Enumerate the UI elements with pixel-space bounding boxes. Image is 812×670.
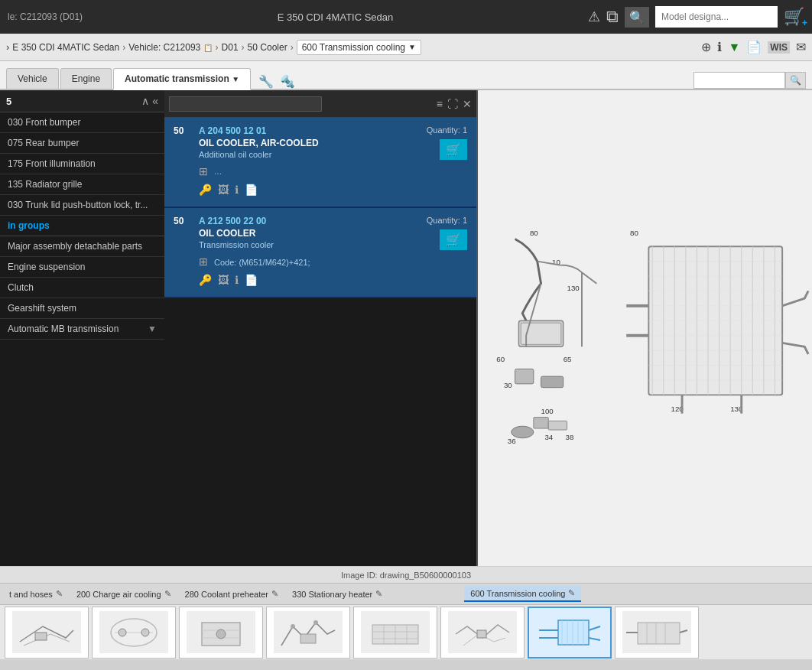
thumbnail-8[interactable]: [615, 607, 699, 659]
bottom-tab-charge-edit[interactable]: ✎: [164, 589, 171, 599]
breadcrumb-active[interactable]: 600 Transmission cooling ▼: [297, 40, 421, 55]
bottom-tab-coolant-edit[interactable]: ✎: [271, 589, 278, 599]
part-1-key-icon[interactable]: 🔑: [199, 274, 212, 286]
thumbnail-1[interactable]: [5, 607, 89, 659]
part-1-qty-val: 1: [463, 216, 467, 225]
bottom-tab-transmission-cooling[interactable]: 600 Transmission cooling ✎: [464, 586, 581, 602]
bottom-tab-hoses-edit[interactable]: ✎: [56, 589, 63, 599]
info-icon[interactable]: ℹ: [717, 40, 722, 54]
bottom-tab-coolant[interactable]: 280 Coolant preheater ✎: [179, 587, 284, 601]
part-1-quantity: Quantity: 1 🛒: [427, 216, 467, 250]
cart-icon[interactable]: 🛒: [784, 7, 804, 27]
sidebar-item-075-rear-bumper[interactable]: 075 Rear bumper: [0, 133, 164, 154]
breadcrumb-item-0[interactable]: E 350 CDI 4MATIC Sedan: [12, 42, 119, 53]
thumbnail-5[interactable]: [353, 607, 437, 659]
sidebar-item-engine-suspension[interactable]: Engine suspension: [0, 257, 164, 278]
sidebar-item-major-assembly[interactable]: Major assembly detachable parts: [0, 236, 164, 257]
bottom-tab-empty3[interactable]: [583, 587, 619, 601]
part-0-quantity: Quantity: 1 🛒: [427, 125, 467, 160]
top-bar-icons: ⚠ ⧉ 🔍 🛒 +: [588, 6, 804, 28]
part-card-0[interactable]: 50 A 204 500 12 01 OIL COOLER, AIR-COOLE…: [164, 118, 476, 208]
part-0-doc-icon[interactable]: 📄: [245, 184, 258, 196]
main-area: 5 ∧ « 030 Front bumper 075 Rear bumper 1…: [0, 90, 812, 566]
tab-extra-icons: 🔧 🔩: [258, 74, 295, 89]
dropdown-icon: ▼: [408, 43, 416, 51]
sidebar-prev-icon[interactable]: «: [152, 95, 158, 107]
svg-rect-56: [558, 620, 589, 645]
sidebar-item-automatic-mb[interactable]: Automatic MB transmission ▼: [0, 319, 164, 340]
breadcrumb-sep-1: ›: [216, 42, 219, 53]
doc-icon[interactable]: 📄: [746, 40, 762, 54]
model-search-input[interactable]: [655, 6, 778, 28]
sidebar-item-030-trunk-lid[interactable]: 030 Trunk lid push-button lock, tr...: [0, 195, 164, 216]
label-34: 34: [544, 433, 553, 441]
part-0-info-icon[interactable]: ℹ: [235, 184, 239, 196]
part-card-1[interactable]: 50 A 212 500 22 00 OIL COOLER Transmissi…: [164, 208, 476, 298]
mail-icon[interactable]: ✉: [796, 40, 806, 54]
part-1-id: A 212 500 22 00: [199, 216, 421, 226]
active-crumb-label: 600 Transmission cooling: [302, 42, 405, 53]
bottom-tab-stationary[interactable]: 330 Stationary heater ✎: [286, 587, 388, 601]
sidebar-item-030-front-bumper[interactable]: 030 Front bumper: [0, 112, 164, 133]
part-1-doc-icon[interactable]: 📄: [245, 274, 258, 286]
part-1-img-icon[interactable]: 🖼: [218, 274, 229, 286]
wis-icon[interactable]: WIS: [768, 41, 790, 54]
bottom-tab-charge-air[interactable]: 200 Charge air cooling ✎: [70, 587, 177, 601]
tab-search-input[interactable]: [693, 72, 785, 89]
bolt-icon[interactable]: 🔩: [280, 74, 295, 89]
tab-search-icon[interactable]: 🔍: [785, 72, 806, 89]
part-1-info-icon[interactable]: ℹ: [235, 274, 239, 286]
sidebar-item-clutch[interactable]: Clutch: [0, 278, 164, 298]
bottom-tab-empty1[interactable]: [390, 587, 426, 601]
filter-icon[interactable]: ▼: [728, 41, 740, 54]
bottom-tab-trans-edit[interactable]: ✎: [568, 588, 575, 598]
thumbnail-7[interactable]: [528, 607, 612, 659]
wrench-icon[interactable]: 🔧: [258, 74, 274, 89]
sidebar-item-175-front-illumination[interactable]: 175 Front illumination: [0, 154, 164, 174]
svg-point-35: [119, 629, 126, 636]
part-0-cart-btn[interactable]: 🛒: [440, 139, 467, 160]
bottom-tab-stationary-edit[interactable]: ✎: [375, 589, 382, 599]
tab-vehicle[interactable]: Vehicle: [6, 68, 59, 89]
breadcrumb-item-3[interactable]: 50 Cooler: [248, 42, 287, 53]
label-100: 100: [541, 407, 554, 415]
parts-expand-icon[interactable]: ⛶: [447, 98, 458, 110]
breadcrumb-tools: ⊕ ℹ ▼ 📄 WIS ✉: [701, 40, 806, 54]
search-icon-top[interactable]: 🔍: [625, 7, 649, 28]
svg-rect-54: [477, 630, 486, 638]
tab-automatic-transmission[interactable]: Automatic transmission ▼: [113, 68, 251, 90]
parts-list-view-icon[interactable]: ≡: [437, 98, 443, 110]
part-0-img-icon[interactable]: 🖼: [218, 184, 229, 196]
tab-engine[interactable]: Engine: [60, 68, 112, 89]
bottom-tabs: t and hoses ✎ 200 Charge air cooling ✎ 2…: [0, 584, 812, 605]
sidebar-item-gearshift-system[interactable]: Gearshift system: [0, 298, 164, 319]
part-0-key-icon[interactable]: 🔑: [199, 184, 212, 196]
sidebar-collapse-icon[interactable]: ∧: [141, 95, 149, 107]
thumbnail-6[interactable]: [440, 607, 525, 659]
part-1-grid-icon[interactable]: ⊞: [199, 255, 208, 268]
zoom-in-icon[interactable]: ⊕: [701, 40, 711, 54]
sidebar-page-num: 5: [6, 96, 11, 107]
bottom-tab-hoses[interactable]: t and hoses ✎: [3, 587, 69, 601]
breadcrumb-item-2[interactable]: D01: [222, 42, 239, 53]
thumbnail-3[interactable]: [179, 607, 263, 659]
part-1-qty-label: Quantity: 1: [427, 216, 467, 225]
model-name: E 350 CDI 4MATIC Sedan: [98, 11, 573, 23]
image-id-bar: Image ID: drawing_B50600000103: [0, 566, 812, 583]
thumbnail-2[interactable]: [92, 607, 176, 659]
warning-icon[interactable]: ⚠: [588, 8, 600, 25]
part-0-info: A 204 500 12 01 OIL COOLER, AIR-COOLED A…: [193, 125, 427, 196]
part-1-num: 50: [174, 216, 193, 226]
part-0-grid-icon[interactable]: ⊞: [199, 165, 208, 177]
parts-search-input[interactable]: [169, 96, 322, 112]
svg-point-43: [291, 624, 295, 629]
breadcrumb-item-1[interactable]: Vehicle: C212093 📋: [128, 42, 212, 53]
copy-icon[interactable]: ⧉: [606, 7, 619, 27]
parts-close-icon[interactable]: ✕: [463, 98, 472, 110]
sidebar: 5 ∧ « 030 Front bumper 075 Rear bumper 1…: [0, 90, 164, 566]
thumbnail-4[interactable]: [266, 607, 350, 659]
bottom-tab-empty2[interactable]: [427, 587, 463, 601]
part-1-cart-btn[interactable]: 🛒: [440, 229, 467, 250]
sidebar-item-135-radiator-grille[interactable]: 135 Radiator grille: [0, 174, 164, 195]
breadcrumb-sep-3: ›: [291, 42, 294, 53]
